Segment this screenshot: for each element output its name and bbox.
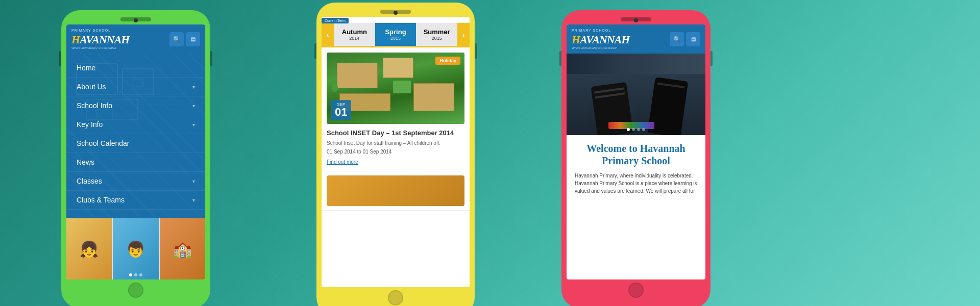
nav-item-school-info[interactable]: School Info ▾	[66, 96, 205, 115]
phone3-logo-area: Primary School HAVANNAH Where Individual…	[572, 29, 629, 49]
phone1-camera	[134, 18, 138, 22]
cal-event-desc: School Inset Day for staff training – Al…	[327, 140, 464, 147]
nav-arrow-key-info: ▾	[192, 122, 195, 128]
aerial-building-1	[337, 63, 378, 88]
aerial-building-2	[383, 58, 413, 78]
phone3-welcome-content: Welcome to Havannah Primary School Havan…	[567, 135, 705, 202]
phone1-logo-area: Primary School HAVANNAH Where Individual…	[71, 29, 129, 49]
cal-event-card: Holiday SEP 01 School INSET Day – 1st Se…	[322, 47, 470, 171]
phone3-side-button-right	[710, 51, 713, 66]
cal-tab-summer-year: 2015	[418, 36, 455, 41]
cal-tab-spring-term: Spring	[377, 28, 414, 36]
search-icon-p3: 🔍	[673, 36, 681, 43]
calendar-tabs-container: Current Term ‹ Autumn 2014 Spring 2015 S…	[322, 23, 470, 47]
calendar-tabs: ‹ Autumn 2014 Spring 2015 Summer 2015 ›	[322, 23, 470, 47]
photo-dot-1[interactable]	[129, 273, 132, 276]
nav-items-list: Home About Us ▾ School Info ▾ Key Info ▾	[66, 54, 205, 215]
phone3-logo-text: HAVANNAH	[572, 33, 629, 46]
cal-find-out-link[interactable]: Find out more	[327, 159, 358, 165]
phone1-logo-subtitle: Primary School	[71, 29, 111, 32]
shoe-strap-r1	[657, 83, 685, 89]
phone2-camera	[394, 11, 398, 15]
phone1-header-icons: 🔍 ▤	[169, 32, 200, 46]
phone1-screen: Primary School HAVANNAH Where Individual…	[66, 24, 205, 279]
nav-item-clubs-teams[interactable]: Clubs & Teams ▾	[66, 191, 205, 210]
nav-item-classes[interactable]: Classes ▾	[66, 172, 205, 191]
phone1-menu-button[interactable]: ▤	[186, 32, 200, 46]
hero-dot-1[interactable]	[627, 128, 630, 131]
phone3-frame: Primary School HAVANNAH Where Individual…	[561, 10, 710, 306]
current-term-badge: Current Term	[322, 18, 349, 23]
nav-label-home: Home	[77, 64, 95, 72]
nav-item-key-info[interactable]: Key Info ▾	[66, 115, 205, 134]
phone1-side-button-left	[59, 51, 61, 66]
phone3-menu-button[interactable]: ▤	[686, 32, 700, 46]
phone2-home-button[interactable]	[388, 290, 403, 305]
photo-block-1: 👧	[66, 218, 112, 279]
photo-placeholder: 👧 👦 🏫	[66, 218, 205, 279]
phone1-home-button[interactable]	[128, 283, 143, 298]
photo-dot-3[interactable]	[139, 273, 142, 276]
menu-icon-p3: ▤	[691, 36, 696, 42]
nav-label-key-info: Key Info	[77, 120, 103, 129]
phone3-logo-subtitle: Primary School	[572, 29, 611, 32]
cal-event-image: Holiday SEP 01	[327, 53, 464, 124]
cal-tab-spring[interactable]: Spring 2015	[375, 23, 416, 46]
nav-item-home[interactable]: Home	[66, 59, 205, 78]
phone3-home-button[interactable]	[628, 283, 644, 298]
cal-next-button[interactable]: ›	[457, 23, 470, 46]
hero-dot-3[interactable]	[637, 128, 640, 131]
phone3-logo-rest: AVANNAH	[580, 33, 629, 46]
phone1-side-button-right	[210, 51, 212, 66]
cal-tab-summer-term: Summer	[418, 28, 455, 36]
phone1-logo-tagline: Where Individuality is Celebrated	[71, 46, 116, 49]
phone3-side-button-left	[559, 51, 561, 66]
nav-label-clubs-teams: Clubs & Teams	[77, 196, 125, 204]
phone1-logo-rest: AVANNAH	[80, 33, 129, 46]
nav-label-about-us: About Us	[77, 83, 106, 91]
phone1-photo-strip: 👧 👦 🏫	[66, 218, 205, 279]
cal-tab-autumn[interactable]: Autumn 2014	[334, 23, 375, 46]
phone3-container: Primary School HAVANNAH Where Individual…	[561, 10, 710, 306]
phone3-screen: Primary School HAVANNAH Where Individual…	[567, 24, 705, 279]
phone2-side-button-right	[475, 43, 477, 59]
phone1-photo-dots	[129, 273, 142, 276]
nav-item-news[interactable]: News	[66, 153, 205, 172]
phone1-logo-text: HAVANNAH	[71, 33, 129, 46]
aerial-green-1	[393, 81, 411, 93]
photo-block-2: 👦	[113, 218, 158, 279]
nav-item-school-calendar[interactable]: School Calendar	[66, 134, 205, 153]
cal-prev-button[interactable]: ‹	[322, 23, 334, 46]
cal-event-title: School INSET Day – 1st September 2014	[327, 129, 464, 137]
cal-event-dates: 01 Sep 2014 to 01 Sep 2014	[327, 149, 464, 155]
nav-arrow-school-info: ▾	[192, 103, 195, 109]
phone3-search-button[interactable]: 🔍	[670, 32, 684, 46]
photo-block-3: 🏫	[160, 218, 205, 279]
nav-item-about-us[interactable]: About Us ▾	[66, 78, 205, 96]
hero-dots	[627, 128, 645, 131]
menu-icon: ▤	[191, 36, 195, 42]
phone2-side-button-left	[314, 43, 316, 59]
phone1-container: Primary School HAVANNAH Where Individual…	[61, 10, 210, 306]
cal-tab-summer[interactable]: Summer 2015	[416, 23, 457, 46]
phone3-welcome-text: Havannah Primary, where individuality is…	[575, 172, 697, 195]
phone3-header-icons: 🔍 ▤	[670, 32, 700, 46]
photo-dot-2[interactable]	[134, 273, 137, 276]
phone3-welcome-title: Welcome to Havannah Primary School	[575, 142, 697, 167]
cal-tab-autumn-year: 2014	[336, 36, 373, 41]
hero-dot-4[interactable]	[642, 128, 645, 131]
holiday-badge: Holiday	[435, 57, 460, 65]
cal-tab-spring-year: 2015	[377, 36, 414, 41]
phone1-logo-h: H	[71, 33, 80, 46]
phone3-logo-h: H	[572, 33, 580, 46]
nav-arrow-clubs-teams: ▾	[192, 197, 195, 203]
cal-event-card2	[322, 171, 470, 211]
nav-label-school-info: School Info	[77, 101, 112, 110]
phone2-screen: Current Term ‹ Autumn 2014 Spring 2015 S…	[322, 17, 470, 287]
phone1-search-button[interactable]: 🔍	[169, 32, 184, 46]
search-icon: 🔍	[173, 36, 181, 43]
hero-dot-2[interactable]	[632, 128, 635, 131]
aerial-building-4	[413, 83, 454, 111]
shoe-strap-2	[595, 92, 626, 98]
nav-arrow-about-us: ▾	[192, 84, 195, 90]
